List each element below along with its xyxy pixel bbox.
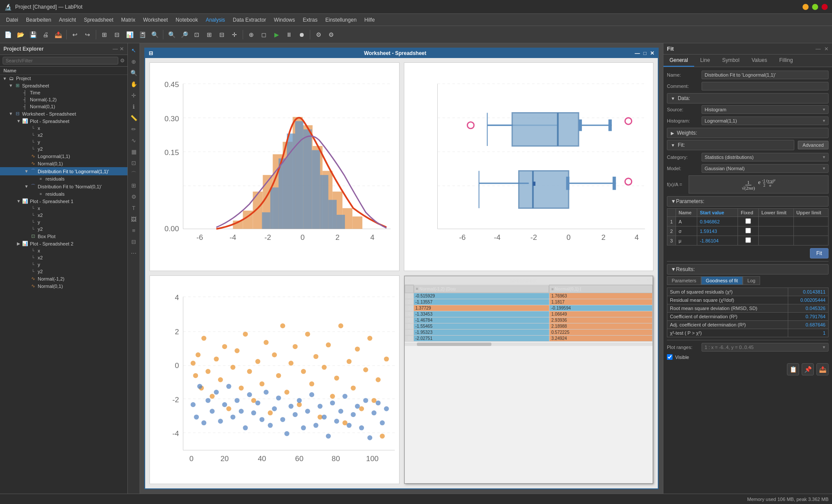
cell-v1[interactable]: -1.13557 [413, 299, 549, 305]
menu-analysis[interactable]: Analysis [202, 16, 229, 24]
menu-extras[interactable]: Extras [299, 16, 321, 24]
tree-item-y5[interactable]: └ y [0, 261, 127, 268]
undo-btn[interactable]: ↩ [69, 29, 81, 41]
zoom-select-tool[interactable]: 🔍 [129, 68, 139, 78]
plot1-expand-icon[interactable]: ▼ [16, 199, 22, 204]
plot2-expand-icon[interactable]: ▶ [16, 241, 22, 246]
ss-close-btn[interactable]: ✕ [646, 278, 650, 283]
tree-item-plot-ss2[interactable]: ▶ 📊 Plot - Spreadsheet 2 [0, 240, 127, 247]
tree-item-dist-fit-normal[interactable]: ▼ ⌒ Distribution Fit to 'Normal(0,1)' [0, 182, 127, 191]
tree-item-time[interactable]: ┤ Time [0, 89, 127, 96]
spreadsheet-mini[interactable]: ⊞ Spreadsheet — □ ✕ [404, 276, 653, 484]
cell-v2[interactable]: 2.93936 [549, 317, 653, 323]
filter-icon[interactable]: ⚙ [120, 58, 125, 64]
record-btn[interactable]: ⏺ [296, 29, 308, 41]
param-value[interactable] [697, 217, 738, 226]
param-value[interactable] [697, 226, 738, 236]
panel-minimize-btn[interactable]: — [816, 46, 821, 52]
results-tab-log[interactable]: Log [743, 276, 760, 285]
tree-item-y3[interactable]: └ y [0, 219, 127, 226]
name-input[interactable] [702, 71, 829, 79]
redo-btn[interactable]: ↪ [81, 29, 94, 41]
panel-close-btn[interactable]: ✕ [824, 46, 829, 52]
paste-btn[interactable]: 📌 [802, 363, 814, 375]
crosshair-tool[interactable]: ✛ [129, 90, 139, 100]
expand-icon[interactable]: ▼ [8, 83, 14, 88]
tree-item-normal-0-1-b[interactable]: ∿ Normal(0,1) [0, 282, 127, 290]
menu-bearbeiten[interactable]: Bearbeiten [23, 16, 55, 24]
new-btn[interactable]: 📄 [2, 29, 14, 41]
pan-tool[interactable]: ✋ [129, 79, 139, 89]
open-btn[interactable]: 📂 [14, 29, 26, 41]
tree-item-x5[interactable]: └ x [0, 247, 127, 254]
pointer-tool[interactable]: ↖ [129, 45, 139, 55]
text-tool[interactable]: T [129, 203, 139, 213]
save-btn[interactable]: 💾 [27, 29, 39, 41]
param-upper[interactable] [793, 226, 828, 236]
add-notebook-btn[interactable]: 📓 [136, 29, 148, 41]
measure-tool[interactable]: 📏 [129, 113, 139, 123]
curve-tool[interactable]: ∿ [129, 135, 139, 145]
fit-expand-icon[interactable]: ▼ [23, 169, 29, 174]
comment-input[interactable] [702, 82, 829, 90]
sidebar-close-btn[interactable]: ✕ [120, 46, 124, 52]
cell-v1[interactable]: -1.95323 [413, 329, 549, 335]
settings2-btn[interactable]: ⚙ [325, 29, 337, 41]
parameters-header[interactable]: ▼ Parameters: [667, 196, 829, 207]
tree-item-y6[interactable]: └ y2 [0, 268, 127, 275]
tree-item-residuals1[interactable]: ≡ residuals [0, 175, 127, 182]
tree-item-x4[interactable]: └ x2 [0, 212, 127, 219]
tab-filling[interactable]: Filling [773, 55, 799, 67]
param-lower[interactable] [758, 226, 793, 236]
close-btn[interactable] [822, 4, 828, 10]
settings-btn[interactable]: ⚙ [312, 29, 325, 41]
results-tab-params[interactable]: Parameters [667, 276, 701, 285]
tree-item-residuals2[interactable]: ≡ residuals [0, 191, 127, 197]
tab-symbol[interactable]: Symbol [716, 55, 745, 67]
tree-item-dist-fit-lognormal[interactable]: ▼ ⌒ Distribution Fit to 'Lognormal(1,1)' [0, 167, 127, 175]
tree-item-normal-1-2-b[interactable]: ∿ Normal(-1,2) [0, 275, 127, 282]
param-value[interactable] [697, 236, 738, 246]
pause-btn[interactable]: ⏸ [283, 29, 295, 41]
print-btn[interactable]: 🖨 [39, 29, 52, 41]
tab-line[interactable]: Line [694, 55, 716, 67]
model-select[interactable]: Gaussian (Normal) [702, 164, 829, 173]
ref-tool[interactable]: ⊟ [129, 236, 139, 247]
ss-max-btn[interactable]: □ [641, 278, 644, 283]
histogram-select-wrapper[interactable]: Lognormal(1,1) [702, 116, 829, 125]
add-spreadsheet-btn[interactable]: ⊞ [98, 29, 110, 41]
cell-v1[interactable]: 1.37729 [413, 305, 549, 311]
legend-tool[interactable]: ≡ [129, 225, 139, 236]
tree-item-x2[interactable]: └ x2 [0, 132, 127, 139]
tree-item-x6[interactable]: └ x2 [0, 254, 127, 261]
weights-section-header[interactable]: ▶ Weights: [667, 128, 829, 138]
zoom-select-btn[interactable]: ⊞ [203, 29, 215, 41]
menu-notebook[interactable]: Notebook [172, 16, 201, 24]
cell-v1[interactable]: -2.02751 [413, 335, 549, 341]
tree-item-plot-ss[interactable]: ▼ 📊 Plot - Spreadsheet [0, 117, 127, 125]
play-btn[interactable]: ▶ [270, 29, 283, 41]
param-upper[interactable] [793, 236, 828, 246]
add-extractor-btn[interactable]: 🔍 [149, 29, 161, 41]
tab-general[interactable]: General [663, 55, 694, 67]
histogram-select[interactable]: Lognormal(1,1) [702, 116, 829, 125]
zoom-region-btn[interactable]: ⊟ [216, 29, 228, 41]
tree-item-y[interactable]: └ y [0, 139, 127, 145]
tab-values[interactable]: Values [745, 55, 773, 67]
expand-icon[interactable]: ▼ [2, 76, 8, 81]
menu-datei[interactable]: Datei [3, 16, 22, 24]
boxplot-tool[interactable]: ⊡ [129, 158, 139, 168]
maximize-btn[interactable] [812, 4, 818, 10]
menu-spreadsheet[interactable]: Spreadsheet [80, 16, 117, 24]
menu-matrix[interactable]: Matrix [117, 16, 139, 24]
tree-item-boxplot[interactable]: ⊡ Box Plot [0, 233, 127, 240]
cell-v2[interactable]: 3.24924 [549, 335, 653, 341]
sidebar-controls[interactable]: — ✕ [113, 46, 124, 52]
plot-ranges-select-wrapper[interactable]: 1 : x = -6..4, y = 0..0.45 [702, 343, 829, 352]
cell-v2[interactable]: 1.06649 [549, 311, 653, 317]
select-btn[interactable]: ◻ [258, 29, 270, 41]
boxplot-chart[interactable]: -6 -4 -2 0 2 4 [404, 62, 654, 271]
tree-item-normal-1-2[interactable]: ┤ Normal(-1,2) [0, 96, 127, 103]
param-upper[interactable] [793, 217, 828, 226]
add-worksheet-btn[interactable]: 📊 [124, 29, 136, 41]
